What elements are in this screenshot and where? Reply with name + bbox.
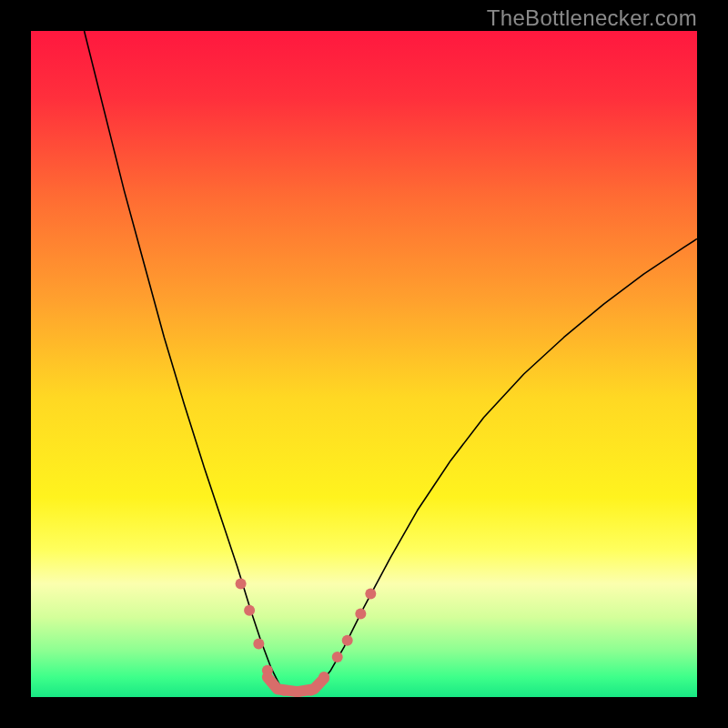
data-marker: [253, 638, 264, 649]
plot-area: [31, 31, 697, 697]
gradient-background: [31, 31, 697, 697]
watermark-text: TheBottlenecker.com: [487, 5, 697, 31]
bottleneck-chart: [31, 31, 697, 697]
data-marker: [236, 579, 247, 590]
data-marker: [355, 609, 366, 620]
data-marker: [365, 589, 376, 600]
data-marker: [342, 635, 353, 646]
data-marker: [244, 605, 255, 616]
chart-frame: TheBottlenecker.com: [0, 0, 728, 728]
data-marker: [332, 652, 343, 662]
